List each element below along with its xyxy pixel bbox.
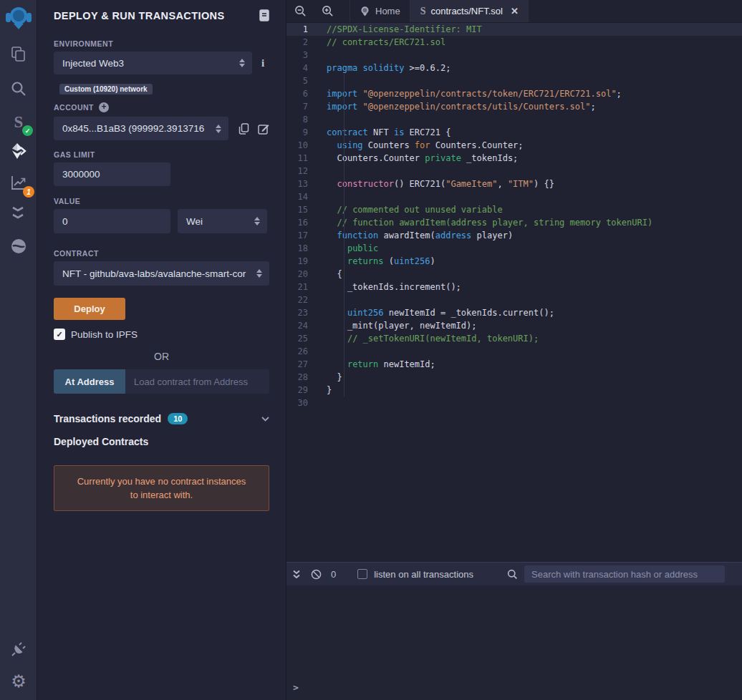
code-line[interactable]: 3 bbox=[286, 49, 742, 62]
contract-select[interactable]: NFT - github/ava-labs/avalanche-smart-co… bbox=[54, 261, 269, 286]
double-check-glyph bbox=[10, 205, 27, 222]
line-number: 23 bbox=[286, 306, 327, 319]
settings-icon[interactable]: ⚙ bbox=[0, 671, 37, 691]
environment-select[interactable]: Injected Web3 bbox=[54, 52, 252, 74]
compiler-success-badge: ✓ bbox=[22, 125, 33, 136]
code-line[interactable]: 13 constructor() ERC721("GameItem", "ITM… bbox=[286, 178, 742, 190]
transactions-recorded-label: Transactions recorded bbox=[54, 413, 161, 424]
deploy-button[interactable]: Deploy bbox=[54, 298, 125, 320]
code-line[interactable]: 27 return newItemId; bbox=[286, 358, 742, 371]
select-arrows-icon bbox=[239, 59, 246, 67]
at-address-input[interactable] bbox=[125, 369, 269, 394]
account-label: ACCOUNT bbox=[54, 103, 94, 112]
deploy-run-glyph bbox=[9, 142, 28, 160]
tab-home-label: Home bbox=[375, 6, 400, 16]
line-number: 12 bbox=[286, 165, 327, 178]
file-explorer-icon[interactable] bbox=[0, 44, 37, 64]
terminal-expand-icon[interactable] bbox=[292, 570, 301, 579]
code-line[interactable]: 29} bbox=[286, 384, 742, 397]
code-line[interactable]: 20 { bbox=[286, 268, 742, 281]
value-input[interactable]: 0 bbox=[54, 209, 170, 233]
at-address-button[interactable]: At Address bbox=[54, 369, 125, 394]
contract-value: NFT - github/ava-labs/avalanche-smart-co… bbox=[62, 268, 261, 279]
code-line[interactable]: 12 bbox=[286, 165, 742, 178]
terminal-output[interactable]: > bbox=[286, 585, 742, 700]
icon-rail: S ✓ 1 bbox=[0, 0, 37, 700]
documentation-icon[interactable] bbox=[259, 9, 269, 21]
file-explorer-glyph bbox=[11, 46, 26, 63]
listen-transactions-checkbox[interactable] bbox=[357, 569, 367, 579]
line-number: 10 bbox=[286, 139, 327, 152]
gas-limit-value: 3000000 bbox=[62, 169, 100, 180]
code-line[interactable]: 23 uint256 newItemId = _tokenIds.current… bbox=[286, 306, 742, 319]
line-number: 11 bbox=[286, 152, 327, 165]
clear-console-icon[interactable] bbox=[311, 569, 322, 580]
code-line[interactable]: 26 bbox=[286, 345, 742, 358]
code-line[interactable]: 16 // function awardItem(address player,… bbox=[286, 216, 742, 229]
chevron-down-icon[interactable] bbox=[261, 417, 269, 422]
code-line[interactable]: 18 public bbox=[286, 242, 742, 255]
code-line[interactable]: 28 } bbox=[286, 371, 742, 384]
remix-logo-glyph bbox=[6, 6, 32, 31]
remix-logo-icon[interactable] bbox=[0, 4, 37, 33]
code-line[interactable]: 9contract NFT is ERC721 { bbox=[286, 126, 742, 139]
panel-title: DEPLOY & RUN TRANSACTIONS bbox=[54, 10, 225, 21]
line-number: 24 bbox=[286, 319, 327, 332]
code-line[interactable]: 25 // _setTokenURI(newItemId, tokenURI); bbox=[286, 332, 742, 345]
tab-home[interactable]: Home bbox=[350, 0, 410, 22]
code-line[interactable]: 19 returns (uint256) bbox=[286, 255, 742, 268]
line-number: 15 bbox=[286, 203, 327, 216]
analysis-icon[interactable]: 1 bbox=[0, 172, 37, 193]
code-line[interactable]: 7import "@openzeppelin/contracts/utils/C… bbox=[286, 100, 742, 113]
deployed-contracts-label: Deployed Contracts bbox=[54, 436, 269, 447]
sign-message-icon[interactable] bbox=[258, 123, 269, 135]
editor-tabbar: Home S contracts/NFT.sol ✕ bbox=[286, 0, 742, 23]
publish-ipfs-checkbox[interactable]: ✓ bbox=[54, 329, 65, 340]
code-line[interactable]: 11 Counters.Counter private _tokenIds; bbox=[286, 152, 742, 165]
code-line[interactable]: 10 using Counters for Counters.Counter; bbox=[286, 139, 742, 152]
search-glyph bbox=[11, 81, 26, 97]
solidity-compiler-icon[interactable]: S ✓ bbox=[0, 112, 37, 133]
plugin-manager-icon[interactable] bbox=[0, 639, 37, 659]
zoom-out-icon[interactable] bbox=[286, 0, 314, 22]
code-line[interactable]: 5 bbox=[286, 74, 742, 87]
environment-info-icon[interactable]: i bbox=[261, 57, 264, 69]
deploy-run-icon[interactable] bbox=[0, 140, 37, 162]
unit-testing-icon[interactable] bbox=[0, 203, 37, 223]
solidity-file-icon: S bbox=[420, 6, 426, 17]
value-unit-select[interactable]: Wei bbox=[178, 209, 267, 233]
code-line[interactable]: 4pragma solidity >=0.6.2; bbox=[286, 62, 742, 74]
search-icon[interactable] bbox=[0, 79, 37, 99]
account-select[interactable]: 0x845...B1aB3 (999992.3913716 bbox=[54, 117, 228, 140]
indent-guide bbox=[344, 74, 344, 397]
listen-transactions-label: listen on all transactions bbox=[374, 569, 473, 580]
code-line[interactable]: 8 bbox=[286, 113, 742, 126]
code-line[interactable]: 30 bbox=[286, 397, 742, 409]
code-lines: 1//SPDX-License-Identifier: MIT2// contr… bbox=[286, 23, 742, 409]
environment-value: Injected Web3 bbox=[62, 58, 124, 69]
line-number: 7 bbox=[286, 100, 327, 113]
line-number: 22 bbox=[286, 293, 327, 306]
tab-nft-sol[interactable]: S contracts/NFT.sol ✕ bbox=[410, 0, 529, 22]
code-line[interactable]: 17 function awardItem(address player) bbox=[286, 229, 742, 242]
copy-account-icon[interactable] bbox=[238, 123, 249, 135]
sourcify-plugin-icon[interactable] bbox=[0, 236, 37, 256]
code-line[interactable]: 22 bbox=[286, 293, 742, 306]
code-line[interactable]: 21 _tokenIds.increment(); bbox=[286, 281, 742, 293]
zoom-in-icon[interactable] bbox=[314, 0, 341, 22]
create-account-icon[interactable]: + bbox=[99, 102, 109, 112]
line-number: 14 bbox=[286, 190, 327, 203]
code-line[interactable]: 14 bbox=[286, 190, 742, 203]
code-line[interactable]: 2// contracts/ERC721.sol bbox=[286, 36, 742, 49]
line-number: 21 bbox=[286, 281, 327, 293]
code-line[interactable]: 1//SPDX-License-Identifier: MIT bbox=[286, 23, 742, 36]
sourcify-glyph bbox=[10, 238, 27, 255]
select-arrows-icon bbox=[216, 125, 222, 133]
code-line[interactable]: 15 // commented out unused variable bbox=[286, 203, 742, 216]
code-line[interactable]: 24 _mint(player, newItemId); bbox=[286, 319, 742, 332]
close-tab-icon[interactable]: ✕ bbox=[511, 6, 519, 16]
gas-limit-input[interactable]: 3000000 bbox=[54, 162, 170, 186]
code-line[interactable]: 6import "@openzeppelin/contracts/token/E… bbox=[286, 87, 742, 100]
terminal-search-input[interactable] bbox=[524, 565, 725, 583]
transactions-count-badge: 10 bbox=[168, 413, 188, 424]
